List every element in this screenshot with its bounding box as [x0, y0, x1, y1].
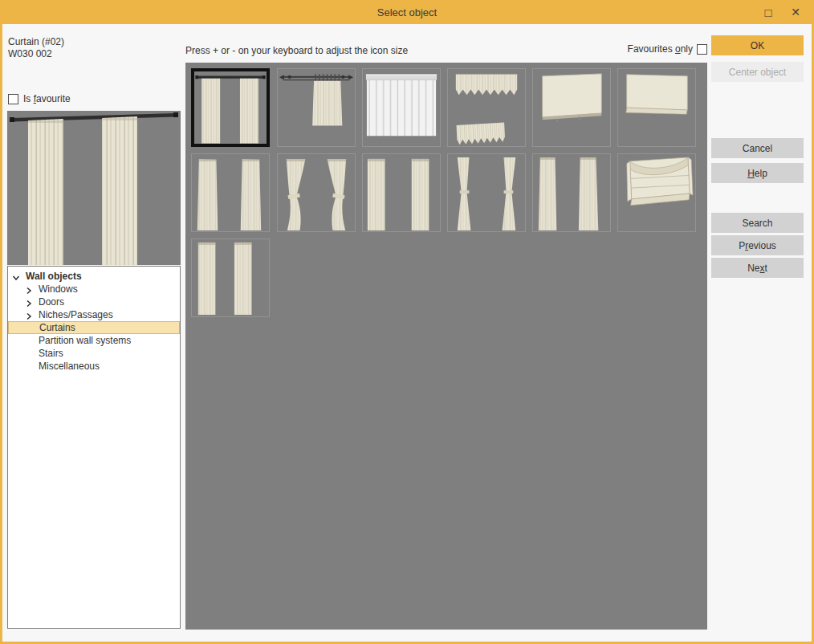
tied-back-curtain-pair-icon — [278, 154, 355, 231]
selected-object-name: Curtain (#02) — [8, 36, 64, 47]
close-icon[interactable]: ✕ — [783, 0, 808, 24]
tree-item-partition-wall-systems[interactable]: Partition wall systems — [8, 334, 180, 347]
favourites-only-label: Favourites only — [628, 43, 693, 55]
straight-curtain-pair-icon — [363, 154, 440, 231]
select-object-dialog: Select object □ ✕ Curtain (#02) W030 002… — [0, 0, 814, 644]
selected-object-code: W030 002 — [8, 48, 52, 59]
thumbnail-tied-curtain-pair[interactable] — [447, 153, 526, 232]
valance-pair-icon — [448, 69, 525, 146]
icon-size-hint: Press + or - on your keyboard to adjust … — [185, 45, 408, 56]
straight-curtain-pair-2-icon — [533, 154, 610, 231]
category-tree: Wall objects Windows Doors Niches/Passag… — [7, 266, 181, 629]
vertical-blinds-icon — [363, 69, 440, 146]
thumbnail-valance-pair[interactable] — [447, 68, 526, 147]
titlebar: Select object □ ✕ — [0, 0, 814, 24]
thumbnail-curtain-pair-on-rod[interactable] — [191, 68, 270, 147]
tree-item-doors[interactable]: Doors — [8, 296, 180, 308]
chevron-right-icon[interactable] — [25, 285, 33, 293]
curtain-single-on-pole-with-rings-icon — [278, 69, 355, 146]
thumbnail-roman-shade[interactable] — [617, 68, 696, 147]
is-favourite-label: Is favourite — [23, 93, 71, 104]
help-button[interactable]: Help — [711, 163, 804, 183]
ok-button[interactable]: OK — [711, 35, 804, 55]
chevron-down-icon[interactable] — [12, 272, 20, 280]
cancel-button[interactable]: Cancel — [711, 138, 804, 158]
tree-item-wall-objects[interactable]: Wall objects — [8, 270, 180, 283]
flat-panel-curtain-icon — [533, 69, 610, 146]
festoon-shade-icon — [618, 154, 695, 231]
tied-curtain-pair-icon — [448, 154, 525, 231]
thumbnail-pleated-curtain-pair[interactable] — [191, 153, 270, 232]
is-favourite-checkbox[interactable] — [8, 94, 18, 104]
thumbnail-flat-panel-curtain[interactable] — [532, 68, 611, 147]
tree-item-miscellaneous[interactable]: Miscellaneous — [8, 360, 180, 373]
pleated-curtain-pair-2-icon — [192, 239, 269, 316]
tree-item-stairs[interactable]: Stairs — [8, 347, 180, 360]
favourites-only-row: Favourites only — [628, 43, 707, 55]
tree-item-curtains[interactable]: Curtains — [8, 321, 180, 334]
pleated-curtain-pair-icon — [192, 154, 269, 231]
thumbnail-vertical-blinds[interactable] — [362, 68, 441, 147]
center-object-button[interactable]: Center object — [711, 62, 804, 82]
is-favourite-row: Is favourite — [8, 93, 71, 104]
thumbnail-festoon-shade[interactable] — [617, 153, 696, 232]
search-button[interactable]: Search — [711, 213, 804, 233]
object-thumbnail-grid — [185, 63, 707, 630]
favourites-only-checkbox[interactable] — [697, 44, 707, 55]
chevron-right-icon[interactable] — [25, 298, 33, 306]
thumbnail-tied-back-curtain-pair[interactable] — [277, 153, 356, 232]
object-preview-image — [7, 111, 181, 265]
tree-item-niches-passages[interactable]: Niches/Passages — [8, 308, 180, 321]
curtain-pair-on-rod-icon — [194, 71, 267, 144]
next-button[interactable]: Next — [711, 258, 804, 278]
thumbnail-straight-curtain-pair-2[interactable] — [532, 153, 611, 232]
thumbnail-curtain-single-on-pole-with-rings[interactable] — [277, 68, 356, 147]
maximize-icon[interactable]: □ — [756, 0, 780, 24]
curtain-pair-preview-icon — [7, 111, 181, 265]
thumbnail-pleated-curtain-pair-2[interactable] — [191, 238, 270, 317]
previous-button[interactable]: Previous — [711, 235, 804, 255]
chevron-right-icon[interactable] — [25, 311, 33, 319]
roman-shade-icon — [618, 69, 695, 146]
dialog-title: Select object — [377, 6, 437, 18]
thumbnail-straight-curtain-pair[interactable] — [362, 153, 441, 232]
tree-item-windows[interactable]: Windows — [8, 283, 180, 296]
